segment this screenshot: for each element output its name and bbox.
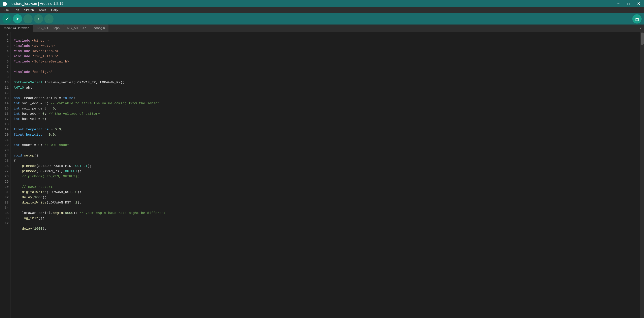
- menu-sketch[interactable]: Sketch: [22, 8, 36, 13]
- code-line-25: pinMode(SENSOR_POWER_PIN, OUTPUT);: [14, 164, 92, 168]
- minimize-button[interactable]: −: [616, 0, 622, 7]
- line-numbers: 12345 678910 1112131415 1617181920 21222…: [0, 32, 10, 318]
- toolbar: ✔ ➤ ⊡ ↑ ↓ ⬒: [0, 13, 644, 24]
- verify-button[interactable]: ✔: [2, 14, 12, 23]
- code-line-35: log_init();: [14, 216, 44, 220]
- code-line-5: #include <SoftwareSerial.h>: [14, 60, 69, 63]
- code-line-12: bool readSensorStatus = false;: [14, 96, 75, 100]
- open-button[interactable]: ↑: [34, 14, 43, 23]
- tab-i2c-aht10-h[interactable]: I2C_AHT10.h: [63, 24, 90, 32]
- close-button[interactable]: ✕: [636, 0, 642, 7]
- vertical-scrollbar[interactable]: [640, 32, 644, 318]
- code-area[interactable]: #include <Wire.h> #include <avr/wdt.h> #…: [10, 32, 640, 318]
- code-line-27: // pinMode(LED_PIN, OUTPUT);: [14, 174, 79, 178]
- menu-bar: File Edit Sketch Tools Help: [0, 7, 644, 13]
- code-line-37: delay(1000);: [14, 227, 46, 231]
- code-line-18: float temperature = 0.0;: [14, 128, 63, 131]
- menu-help[interactable]: Help: [49, 8, 60, 13]
- menu-edit[interactable]: Edit: [12, 8, 21, 13]
- code-line-21: int count = 0; // WDT count: [14, 143, 69, 147]
- upload-button[interactable]: ➤: [13, 14, 22, 23]
- code-line-3: #include <avr/sleep.h>: [14, 49, 59, 53]
- save-button[interactable]: ↓: [44, 14, 54, 23]
- new-button[interactable]: ⊡: [23, 14, 32, 23]
- code-line-10: AHT10 aht;: [14, 86, 34, 90]
- code-line-2: #include <avr/wdt.h>: [14, 44, 55, 48]
- tabs-dropdown-button[interactable]: ▾: [638, 24, 644, 32]
- code-line-30: digitalWrite(LORAWAN_RST, 0);: [14, 190, 82, 194]
- code-line-9: SoftwareSerial lorawan_serial(LORAWAN_TX…: [14, 81, 124, 84]
- title-bar-text: moisture_lorawan | Arduino 1.8.19: [8, 1, 64, 6]
- code-line-7: #include "config.h": [14, 70, 53, 74]
- serial-monitor-button[interactable]: ⬒: [632, 14, 642, 23]
- maximize-button[interactable]: □: [626, 0, 632, 7]
- tab-config-h[interactable]: config.h: [90, 24, 108, 32]
- editor: 12345 678910 1112131415 1617181920 21222…: [0, 32, 644, 318]
- scrollbar-thumb[interactable]: [641, 32, 644, 45]
- tab-moisture-lorawan[interactable]: moisture_lorawan: [0, 24, 33, 32]
- code-line-31: delay(1000);: [14, 195, 46, 199]
- code-line-14: int soil_percent = 0;: [14, 107, 57, 111]
- code-line-29: // Ra08 restart: [14, 185, 53, 189]
- code-line-34: lorawan_serial.begin(9600); // your esp'…: [14, 211, 166, 215]
- code-line-19: float humidity = 0.0;: [14, 133, 57, 137]
- tab-i2c-aht10-cpp[interactable]: I2C_AHT10.cpp: [33, 24, 63, 32]
- code-line-26: pinMode(LORAWAN_RST, OUTPUT);: [14, 169, 82, 173]
- code-line-1: #include <Wire.h>: [14, 39, 48, 43]
- title-bar: ⬤ moisture_lorawan | Arduino 1.8.19 − □ …: [0, 0, 644, 7]
- code-line-16: int bat_vol = 0;: [14, 117, 46, 121]
- title-bar-controls: − □ ✕: [616, 0, 642, 7]
- menu-tools[interactable]: Tools: [37, 8, 48, 13]
- code-line-32: digitalWrite(LORAWAN_RST, 1);: [14, 201, 82, 204]
- code-line-24: {: [14, 159, 16, 163]
- arduino-logo-icon: ⬤: [2, 1, 7, 6]
- code-line-23: void setup(): [14, 154, 38, 158]
- code-line-4: #include "I2C_AHT10.h": [14, 54, 59, 58]
- code-line-15: int bat_adc = 0; // the voltage of batte…: [14, 112, 100, 116]
- tabs-bar: moisture_lorawan I2C_AHT10.cpp I2C_AHT10…: [0, 24, 644, 32]
- code-line-13: int soil_adc = 0; // variable to store t…: [14, 101, 160, 105]
- menu-file[interactable]: File: [2, 8, 11, 13]
